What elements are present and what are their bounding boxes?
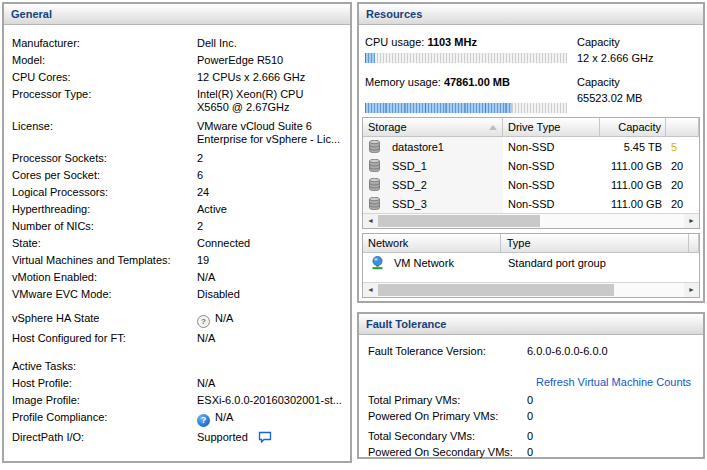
general-row: Hyperthreading:Active bbox=[12, 203, 350, 216]
scroll-left-icon[interactable]: ◄ bbox=[363, 214, 378, 228]
scrollbar-thumb[interactable] bbox=[378, 284, 614, 296]
scrollbar-thumb[interactable] bbox=[378, 215, 540, 227]
cpu-usage-label: CPU usage: 1103 MHz bbox=[365, 36, 477, 48]
ft-count-row: Total Secondary VMs: 0 bbox=[368, 430, 703, 443]
resources-panel-title: Resources bbox=[359, 4, 703, 25]
cpu-capacity-value: 12 x 2.666 GHz bbox=[577, 52, 653, 64]
memory-capacity-value: 65523.02 MB bbox=[577, 92, 642, 104]
storage-table-header: Storage Drive Type Capacity bbox=[363, 118, 699, 137]
general-row: Manufacturer:Dell Inc. bbox=[12, 37, 350, 50]
network-row[interactable]: VM Network Standard port group bbox=[363, 253, 699, 273]
general-panel: General Manufacturer:Dell Inc. Model:Pow… bbox=[2, 2, 352, 463]
free-value-clipped: 20 bbox=[666, 198, 699, 210]
sort-ascending-icon bbox=[489, 125, 497, 130]
network-icon bbox=[371, 256, 384, 270]
general-row: Model:PowerEdge R510 bbox=[12, 54, 350, 67]
ft-count-row: Powered On Primary VMs: 0 bbox=[368, 410, 703, 423]
memory-usage-bar-fill bbox=[365, 103, 512, 113]
storage-horizontal-scrollbar[interactable]: ◄ ► bbox=[363, 213, 699, 228]
drive-type-column-header[interactable]: Drive Type bbox=[503, 118, 600, 136]
general-row: VMware EVC Mode:Disabled bbox=[12, 288, 350, 301]
general-row: Logical Processors:24 bbox=[12, 186, 350, 199]
general-row: CPU Cores:12 CPUs x 2.666 GHz bbox=[12, 71, 350, 84]
fault-tolerance-panel-body: Fault Tolerance Version: 6.0.0-6.0.0-6.0… bbox=[359, 335, 703, 459]
general-row: Cores per Socket:6 bbox=[12, 169, 350, 182]
general-panel-body: Manufacturer:Dell Inc. Model:PowerEdge R… bbox=[4, 25, 350, 444]
scroll-right-icon[interactable]: ► bbox=[684, 214, 699, 228]
general-row: Virtual Machines and Templates:19 bbox=[12, 254, 350, 267]
help-gray-icon[interactable]: ? bbox=[197, 315, 210, 328]
network-table-header: Network Type bbox=[363, 234, 699, 253]
cpu-usage-bar-fill bbox=[365, 53, 375, 63]
help-blue-icon[interactable]: ? bbox=[197, 414, 210, 427]
network-horizontal-scrollbar[interactable]: ◄ ► bbox=[363, 282, 699, 297]
general-row-vsphere-ha: vSphere HA State ?N/A bbox=[12, 312, 350, 328]
memory-usage-bar bbox=[365, 103, 567, 113]
ft-count-row: Powered On Secondary VMs: 0 bbox=[368, 446, 703, 459]
ft-count-row: Total Primary VMs: 0 bbox=[368, 394, 703, 407]
general-row-profile-compliance: Profile Compliance: ?N/A bbox=[12, 411, 350, 427]
storage-table: Storage Drive Type Capacity datastore1 N… bbox=[362, 117, 700, 229]
memory-capacity-label: Capacity bbox=[577, 76, 620, 88]
datastore-icon bbox=[369, 197, 380, 210]
storage-row[interactable]: SSD_3 Non-SSD 111.00 GB 20 bbox=[363, 194, 699, 213]
ft-version-row: Fault Tolerance Version: 6.0.0-6.0.0-6.0… bbox=[368, 345, 703, 358]
storage-row[interactable]: SSD_2 Non-SSD 111.00 GB 20 bbox=[363, 175, 699, 194]
general-panel-title: General bbox=[4, 4, 350, 25]
storage-row[interactable]: datastore1 Non-SSD 5.45 TB 5 bbox=[363, 137, 699, 156]
type-column-header[interactable]: Type bbox=[501, 234, 689, 252]
datastore-icon bbox=[369, 178, 380, 191]
cpu-capacity-label: Capacity bbox=[577, 36, 620, 48]
general-row: Host Profile:N/A bbox=[12, 377, 350, 390]
general-row: Image Profile:ESXi-6.0.0-20160302001-st.… bbox=[12, 394, 350, 407]
datastore-icon bbox=[369, 140, 380, 153]
free-value-clipped: 5 bbox=[666, 141, 699, 153]
free-value-clipped: 20 bbox=[666, 179, 699, 191]
free-value-clipped: 20 bbox=[666, 160, 699, 172]
scroll-left-icon[interactable]: ◄ bbox=[363, 283, 378, 297]
resources-panel: Resources CPU usage: 1103 MHz Capacity 1… bbox=[357, 2, 705, 303]
memory-usage-label: Memory usage: 47861.00 MB bbox=[365, 76, 510, 88]
general-row: Processor Type:Intel(R) Xeon(R) CPU X565… bbox=[12, 88, 350, 114]
general-row: Number of NICs:2 bbox=[12, 220, 350, 233]
datastore-icon bbox=[369, 159, 380, 172]
fault-tolerance-panel-title: Fault Tolerance bbox=[359, 314, 703, 335]
scroll-right-icon[interactable]: ► bbox=[684, 283, 699, 297]
storage-row[interactable]: SSD_1 Non-SSD 111.00 GB 20 bbox=[363, 156, 699, 175]
storage-column-header[interactable]: Storage bbox=[363, 118, 503, 136]
general-row: License:VMware vCloud Suite 6 Enterprise… bbox=[12, 120, 350, 146]
general-row-active-tasks: Active Tasks: bbox=[12, 360, 350, 373]
general-row-directpath: DirectPath I/O: Supported bbox=[12, 431, 350, 444]
fault-tolerance-panel: Fault Tolerance Fault Tolerance Version:… bbox=[357, 312, 705, 459]
free-column-header[interactable] bbox=[666, 118, 699, 136]
general-row: State:Connected bbox=[12, 237, 350, 250]
general-row: vMotion Enabled:N/A bbox=[12, 271, 350, 284]
resources-panel-body: CPU usage: 1103 MHz Capacity 12 x 2.666 … bbox=[359, 25, 703, 301]
capacity-column-header[interactable]: Capacity bbox=[600, 118, 666, 136]
general-row: Host Configured for FT:N/A bbox=[12, 332, 350, 345]
network-column-header[interactable]: Network bbox=[363, 234, 501, 252]
network-table: Network Type VM Network Standard port gr… bbox=[362, 233, 700, 298]
cpu-usage-bar bbox=[365, 53, 567, 63]
refresh-vm-counts-link[interactable]: Refresh Virtual Machine Counts bbox=[536, 376, 691, 388]
comment-icon[interactable] bbox=[258, 431, 272, 443]
general-row: Processor Sockets:2 bbox=[12, 152, 350, 165]
